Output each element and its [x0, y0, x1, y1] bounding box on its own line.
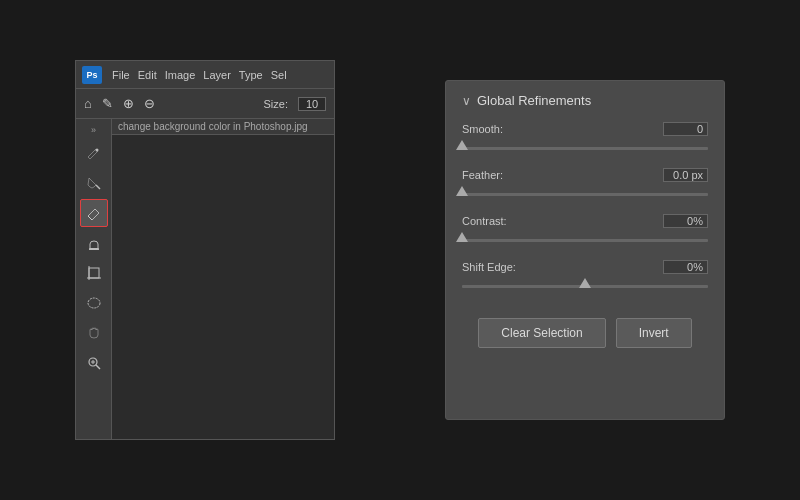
menu-select[interactable]: Sel — [271, 69, 287, 81]
smooth-label: Smooth: — [462, 123, 503, 135]
ps-toolbox: » — [76, 119, 112, 439]
ps-toolbar-row: ⌂ ✎ ⊕ ⊖ Size: 10 — [76, 89, 334, 119]
menu-layer[interactable]: Layer — [203, 69, 231, 81]
svg-line-9 — [96, 365, 100, 369]
contrast-slider-row: Contrast: 0% — [462, 214, 708, 248]
eraser-tool-button[interactable] — [80, 199, 108, 227]
lasso-tool-button[interactable] — [80, 289, 108, 317]
svg-line-1 — [96, 185, 100, 189]
feather-slider[interactable] — [462, 186, 708, 202]
hand-tool-button[interactable] — [80, 319, 108, 347]
menu-type[interactable]: Type — [239, 69, 263, 81]
feather-value[interactable]: 0.0 px — [663, 168, 708, 182]
menu-file[interactable]: File — [112, 69, 130, 81]
contrast-slider[interactable] — [462, 232, 708, 248]
refinements-panel: ∨ Global Refinements Smooth: 0 Feather: … — [445, 80, 725, 420]
svg-point-0 — [95, 149, 98, 152]
panel-title: Global Refinements — [477, 93, 591, 108]
shift-edge-label: Shift Edge: — [462, 261, 516, 273]
feather-thumb[interactable] — [456, 186, 468, 196]
contrast-value[interactable]: 0% — [663, 214, 708, 228]
size-value[interactable]: 10 — [298, 97, 326, 111]
svg-line-2 — [88, 216, 92, 220]
ps-logo: Ps — [82, 66, 102, 84]
smooth-value[interactable]: 0 — [663, 122, 708, 136]
shift-edge-value[interactable]: 0% — [663, 260, 708, 274]
smooth-slider-row: Smooth: 0 — [462, 122, 708, 156]
menu-image[interactable]: Image — [165, 69, 196, 81]
feather-slider-row: Feather: 0.0 px — [462, 168, 708, 202]
invert-button[interactable]: Invert — [616, 318, 692, 348]
zoom-tool-button[interactable] — [80, 349, 108, 377]
app-container: Ps File Edit Image Layer Type Sel ⌂ ✎ ⊕ … — [0, 0, 800, 500]
add-icon[interactable]: ⊕ — [123, 96, 134, 111]
ps-body: » — [76, 119, 334, 439]
feather-label: Feather: — [462, 169, 503, 181]
svg-rect-4 — [89, 268, 99, 278]
crop-tool-button[interactable] — [80, 259, 108, 287]
menu-edit[interactable]: Edit — [138, 69, 157, 81]
ps-canvas: change background color in Photoshop.jpg — [112, 119, 334, 439]
ps-canvas-area — [112, 135, 334, 439]
shift-edge-thumb[interactable] — [579, 278, 591, 288]
shift-edge-slider[interactable] — [462, 278, 708, 294]
chevron-down-icon[interactable]: ∨ — [462, 94, 471, 108]
subtract-icon[interactable]: ⊖ — [144, 96, 155, 111]
brush-toolbar-icon[interactable]: ✎ — [102, 96, 113, 111]
ps-window: Ps File Edit Image Layer Type Sel ⌂ ✎ ⊕ … — [75, 60, 335, 440]
ps-menubar: Ps File Edit Image Layer Type Sel — [76, 61, 334, 89]
clear-selection-button[interactable]: Clear Selection — [478, 318, 605, 348]
svg-point-7 — [88, 298, 100, 308]
brush-tool-button[interactable] — [80, 139, 108, 167]
contrast-label: Contrast: — [462, 215, 507, 227]
paint-bucket-tool-button[interactable] — [80, 169, 108, 197]
shift-edge-slider-row: Shift Edge: 0% — [462, 260, 708, 294]
expand-arrows: » — [76, 123, 111, 137]
panel-header: ∨ Global Refinements — [462, 93, 708, 108]
svg-rect-3 — [89, 248, 99, 250]
home-icon[interactable]: ⌂ — [84, 96, 92, 111]
stamp-tool-button[interactable] — [80, 229, 108, 257]
size-label: Size: — [264, 98, 288, 110]
ps-filename-bar: change background color in Photoshop.jpg — [112, 119, 334, 135]
ps-menu-items: File Edit Image Layer Type Sel — [112, 69, 287, 81]
smooth-slider[interactable] — [462, 140, 708, 156]
contrast-thumb[interactable] — [456, 232, 468, 242]
smooth-thumb[interactable] — [456, 140, 468, 150]
panel-buttons: Clear Selection Invert — [462, 318, 708, 348]
